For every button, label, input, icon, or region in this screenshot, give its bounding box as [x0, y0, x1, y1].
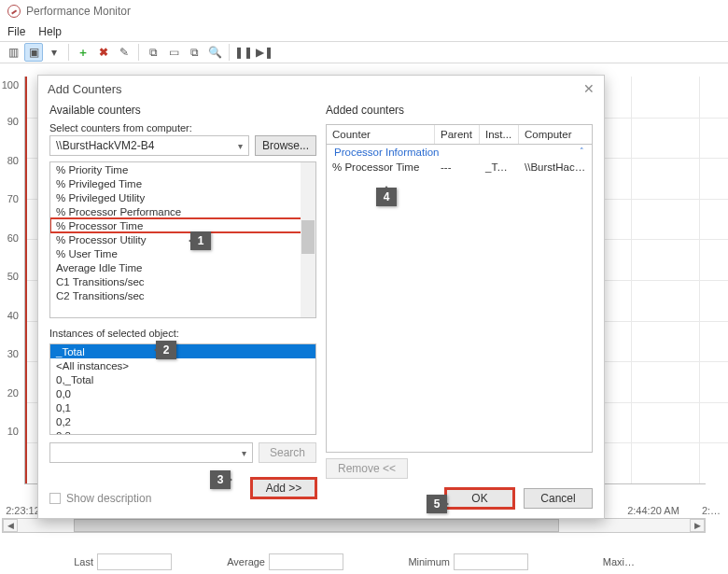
pause-icon[interactable]: ❚❚ — [234, 43, 253, 62]
available-label: Available counters — [49, 104, 316, 117]
instance-item[interactable]: 0,3 — [50, 428, 315, 435]
instances-label: Instances of selected object: — [49, 328, 316, 339]
counter-item[interactable]: C2 Transitions/sec — [50, 288, 315, 302]
zoom-icon[interactable]: 🔍 — [205, 43, 224, 62]
paste-icon[interactable]: ▭ — [164, 43, 183, 62]
h-scrollbar[interactable]: ◀ ▶ — [2, 518, 706, 533]
counters-listbox[interactable]: % Priority Time % Privileged Time % Priv… — [49, 161, 316, 318]
counter-item[interactable]: % Processor Utility — [50, 232, 315, 246]
callout-3: 3 — [210, 470, 231, 489]
counter-item[interactable]: % Privileged Utility — [50, 190, 315, 204]
copy-icon[interactable]: ⧉ — [144, 43, 162, 62]
add-counters-dialog: Add Counters ✕ Available counters Select… — [37, 75, 605, 519]
counters-scrollbar[interactable] — [301, 162, 315, 317]
col-counter[interactable]: Counter — [327, 125, 435, 144]
tool-view-icon[interactable]: ▥ — [4, 43, 22, 62]
counter-item[interactable]: % Priority Time — [50, 162, 315, 176]
menu-help[interactable]: Help — [38, 25, 62, 38]
dialog-title: Add Counters — [48, 82, 122, 96]
instance-item[interactable]: 0,1 — [50, 400, 315, 414]
callout-4: 4 — [376, 188, 397, 206]
counter-item[interactable]: C1 Transitions/sec — [50, 274, 315, 288]
x-tick-right: 2:… — [702, 505, 721, 516]
scroll-thumb[interactable] — [74, 519, 559, 532]
x-tick-mid: 2:44:20 AM — [627, 505, 679, 516]
added-row[interactable]: % Processor Time --- _Total \\BurstHackV… — [327, 160, 592, 175]
close-icon[interactable]: ✕ — [583, 81, 595, 96]
step-icon[interactable]: ▶❚ — [255, 43, 273, 62]
callout-1: 1 — [190, 231, 211, 250]
col-inst[interactable]: Inst... — [480, 125, 519, 144]
stats-bar: Last Average Minimum Maxi… — [37, 550, 709, 574]
instances-listbox[interactable]: _Total <All instances> 0,_Total 0,0 0,1 … — [49, 343, 316, 435]
callout-5: 5 — [427, 495, 447, 513]
search-button[interactable]: Search — [259, 442, 316, 463]
instance-item[interactable]: 0,2 — [50, 414, 315, 428]
counter-item-selected[interactable]: % Processor Time — [50, 218, 315, 232]
added-list[interactable]: Processor Information˄ % Processor Time … — [326, 144, 593, 453]
y-axis: 100 90 80 70 60 50 40 30 20 10 — [0, 77, 22, 484]
ok-button[interactable]: OK — [445, 488, 514, 509]
dialog-footer: Show description OK Cancel — [49, 488, 593, 509]
cancel-button[interactable]: Cancel — [524, 488, 593, 509]
menubar: File Help — [0, 22, 728, 41]
counter-group[interactable]: Processor Information˄ — [327, 145, 592, 160]
tool-chart-icon[interactable]: ▣ — [24, 43, 43, 62]
computer-combo[interactable]: \\BurstHackVM2-B4 — [49, 135, 249, 156]
window-title: Performance Monitor — [26, 5, 131, 18]
add-counter-icon[interactable]: ＋ — [74, 43, 92, 62]
counter-item[interactable]: Average Idle Time — [50, 260, 315, 274]
dialog-titlebar: Add Counters ✕ — [38, 76, 604, 102]
remove-button[interactable]: Remove << — [326, 458, 408, 479]
highlight-icon[interactable]: ✎ — [115, 43, 133, 62]
instance-item[interactable]: 0,_Total — [50, 372, 315, 386]
available-pane: Available counters Select counters from … — [49, 102, 316, 498]
instance-item-selected[interactable]: _Total — [50, 344, 315, 358]
menu-file[interactable]: File — [7, 25, 25, 38]
checkbox-icon[interactable] — [49, 493, 61, 504]
instance-search-combo[interactable] — [49, 442, 253, 463]
browse-button[interactable]: Browse... — [255, 135, 316, 156]
scroll-left-icon[interactable]: ◀ — [3, 519, 18, 532]
delete-counter-icon[interactable]: ✖ — [94, 43, 113, 62]
tool-dropdown-icon[interactable]: ▾ — [45, 43, 63, 62]
cursor-line — [25, 77, 27, 483]
counter-item[interactable]: % Privileged Time — [50, 176, 315, 190]
chevron-up-icon: ˄ — [580, 147, 584, 158]
counter-item[interactable]: % User Time — [50, 246, 315, 260]
counter-item[interactable]: % Processor Performance — [50, 204, 315, 218]
app-icon — [7, 5, 21, 18]
instance-item[interactable]: 0,0 — [50, 386, 315, 400]
properties-icon[interactable]: ⧉ — [185, 43, 203, 62]
col-computer[interactable]: Computer — [519, 125, 592, 144]
added-columns: Counter Parent Inst... Computer — [326, 124, 593, 144]
added-pane: Added counters Counter Parent Inst... Co… — [326, 102, 593, 498]
callout-2: 2 — [156, 341, 176, 359]
instance-item[interactable]: <All instances> — [50, 358, 315, 372]
col-parent[interactable]: Parent — [435, 125, 480, 144]
titlebar: Performance Monitor — [0, 0, 728, 22]
show-description-checkbox[interactable]: Show description — [49, 492, 151, 505]
toolbar: ▥ ▣ ▾ ＋ ✖ ✎ ⧉ ▭ ⧉ 🔍 ❚❚ ▶❚ — [0, 41, 728, 63]
scroll-right-icon[interactable]: ▶ — [690, 519, 705, 532]
added-label: Added counters — [326, 104, 593, 117]
select-from-label: Select counters from computer: — [49, 122, 316, 133]
